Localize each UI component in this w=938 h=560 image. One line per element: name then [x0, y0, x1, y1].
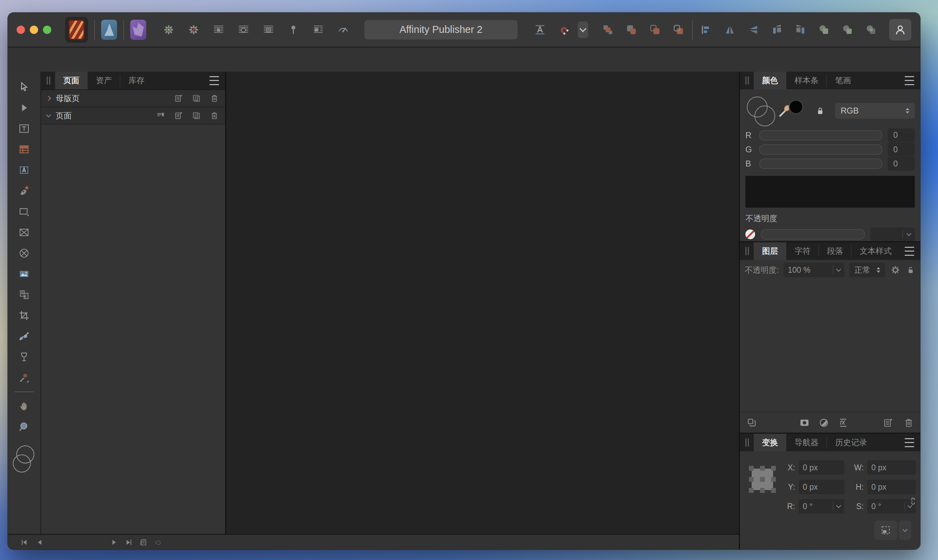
- chevron-down-icon[interactable]: [46, 112, 51, 117]
- panel-drag-grip[interactable]: [46, 77, 52, 85]
- chevron-right-icon[interactable]: [46, 96, 51, 101]
- rotation-field[interactable]: 0 °: [799, 499, 844, 514]
- tab-assets[interactable]: 资产: [88, 72, 120, 89]
- tab-paragraph[interactable]: 段落: [819, 242, 852, 260]
- tab-layers[interactable]: 图层: [754, 242, 786, 260]
- previous-page-icon[interactable]: [35, 537, 44, 547]
- add-page-icon[interactable]: [173, 93, 184, 103]
- blue-slider[interactable]: [759, 158, 882, 169]
- fill-tool-icon[interactable]: [14, 326, 35, 346]
- stroke-color-well[interactable]: [754, 106, 775, 126]
- rotate-view-icon[interactable]: [153, 537, 163, 547]
- rectangle-tool-icon[interactable]: [14, 201, 35, 222]
- data-merge-tool-icon[interactable]: [14, 284, 35, 305]
- color-model-select[interactable]: RGB: [835, 103, 915, 119]
- panel-menu-icon[interactable]: [905, 76, 914, 85]
- text-styles-icon[interactable]: [533, 23, 547, 37]
- blue-value-field[interactable]: 0: [888, 157, 915, 171]
- anchor-point-selector[interactable]: [749, 466, 776, 493]
- picture-frame-ellipse-tool-icon[interactable]: [14, 243, 35, 263]
- duplicate-layers-icon[interactable]: [745, 416, 758, 429]
- text-wrap-document-icon[interactable]: [211, 23, 226, 37]
- text-wrap-ellipse-icon[interactable]: [236, 23, 251, 37]
- color-picker-well[interactable]: [777, 98, 806, 123]
- tab-stock[interactable]: 库存: [120, 72, 153, 89]
- snapping-options-dropdown[interactable]: [578, 22, 588, 38]
- arrange-backward-icon[interactable]: [648, 23, 662, 37]
- close-button[interactable]: [17, 26, 25, 34]
- blend-options-gear-icon[interactable]: [890, 265, 901, 275]
- transform-origin-button[interactable]: [874, 520, 897, 540]
- add-layer-icon[interactable]: [881, 416, 894, 429]
- snapping-magnet-icon[interactable]: [556, 23, 571, 37]
- layer-effects-icon[interactable]: [837, 416, 849, 429]
- fill-stroke-wells[interactable]: [745, 96, 774, 126]
- preflight-icon[interactable]: [336, 23, 350, 37]
- zoom-button[interactable]: [43, 26, 51, 34]
- panel-menu-icon[interactable]: [905, 247, 914, 256]
- vector-crop-tool-icon[interactable]: [14, 305, 35, 326]
- panel-drag-grip[interactable]: [745, 247, 750, 255]
- tab-stroke[interactable]: 笔画: [827, 72, 859, 89]
- delete-icon[interactable]: [209, 111, 220, 121]
- tab-navigator[interactable]: 导航器: [786, 434, 827, 451]
- tab-color[interactable]: 颜色: [754, 72, 786, 89]
- x-field[interactable]: 0 px: [799, 460, 844, 475]
- zoom-tool-icon[interactable]: [14, 416, 35, 437]
- move-tool-icon[interactable]: [14, 77, 35, 97]
- gear-check-icon[interactable]: [161, 23, 176, 37]
- publisher-app-button[interactable]: [65, 17, 88, 43]
- photo-app-button[interactable]: [130, 20, 146, 40]
- next-page-icon[interactable]: [110, 537, 119, 547]
- tab-swatches[interactable]: 样本条: [786, 72, 827, 89]
- arrange-to-back-icon[interactable]: [671, 23, 686, 37]
- panel-drag-grip[interactable]: [745, 77, 750, 85]
- minimize-button[interactable]: [30, 26, 38, 34]
- page-list-icon[interactable]: [139, 537, 148, 547]
- lock-layer-icon[interactable]: [906, 265, 915, 275]
- y-field[interactable]: 0 px: [799, 480, 844, 494]
- pin-icon[interactable]: [286, 23, 301, 37]
- rotate-clockwise-icon[interactable]: [793, 23, 808, 37]
- green-slider[interactable]: [759, 144, 882, 155]
- mask-layer-icon[interactable]: [798, 416, 810, 429]
- adjustment-layer-icon[interactable]: [818, 416, 830, 429]
- panel-menu-icon[interactable]: [210, 76, 219, 85]
- special-characters-icon[interactable]: [311, 23, 326, 37]
- link-dimensions-icon[interactable]: [908, 492, 918, 510]
- opacity-value-dropdown[interactable]: [870, 228, 915, 241]
- w-field[interactable]: 0 px: [867, 460, 916, 475]
- artistic-text-tool-icon[interactable]: [14, 160, 35, 180]
- opacity-slider[interactable]: [761, 229, 865, 240]
- last-page-icon[interactable]: [124, 537, 134, 547]
- duplicate-page-icon[interactable]: [191, 111, 202, 121]
- pages-list-empty[interactable]: [41, 125, 225, 534]
- transparency-tool-icon[interactable]: [14, 346, 35, 367]
- text-wrap-none-icon[interactable]: [261, 23, 276, 37]
- arrange-to-front-icon[interactable]: [601, 23, 615, 37]
- red-slider[interactable]: [759, 130, 882, 140]
- view-tool-icon[interactable]: [14, 395, 35, 416]
- section-manager-icon[interactable]: [155, 111, 165, 121]
- lock-icon[interactable]: [815, 106, 825, 116]
- picture-frame-rectangle-tool-icon[interactable]: [14, 222, 35, 243]
- boolean-add-icon[interactable]: [817, 23, 831, 37]
- alignment-icon[interactable]: [699, 23, 714, 37]
- tab-character[interactable]: 字符: [786, 242, 819, 260]
- stroke-color-well[interactable]: [13, 454, 31, 472]
- color-picker-tool-icon[interactable]: [14, 367, 35, 388]
- rotate-counterclockwise-icon[interactable]: [770, 23, 784, 37]
- pen-tool-icon[interactable]: [14, 180, 35, 201]
- blend-mode-select[interactable]: 正常: [849, 263, 885, 277]
- tab-text-styles[interactable]: 文本样式: [852, 242, 900, 260]
- master-pages-section[interactable]: 母版页: [41, 89, 225, 107]
- delete-layer-icon[interactable]: [903, 416, 915, 429]
- boolean-intersect-icon[interactable]: [864, 23, 878, 37]
- pages-section[interactable]: 页面: [41, 107, 225, 125]
- tab-transform[interactable]: 变换: [754, 434, 786, 451]
- flip-vertical-icon[interactable]: [746, 23, 761, 37]
- no-color-icon[interactable]: [745, 229, 755, 239]
- arrange-forward-icon[interactable]: [624, 23, 639, 37]
- transform-origin-dropdown[interactable]: [899, 520, 911, 540]
- tab-history[interactable]: 历史记录: [827, 434, 875, 451]
